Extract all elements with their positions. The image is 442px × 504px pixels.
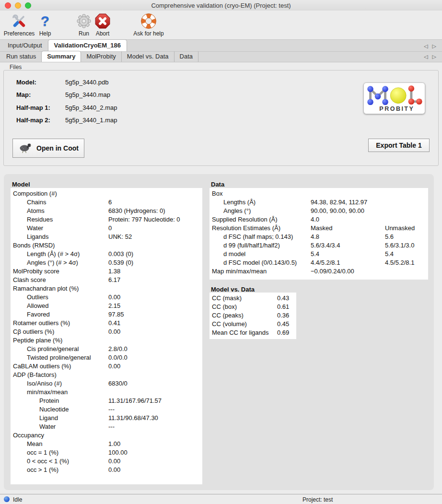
table-row: min/max/mean <box>11 388 202 397</box>
question-mark-icon: ? <box>41 12 49 30</box>
file-list: Model: 5g5p_3440.pdb Map: 5g5p_3440.map … <box>16 79 117 129</box>
table-row: Occupancy <box>11 431 202 440</box>
tab-molprobity[interactable]: MolProbity <box>81 51 121 62</box>
table-row: Box <box>209 189 428 198</box>
table-row: Water --- <box>11 422 202 431</box>
table-row: Angles (°) (# > 4σ) 0.539 (0) <box>11 258 202 267</box>
table-row: Mean CC for ligands 0.69 <box>209 328 296 337</box>
help-button[interactable]: ? Help <box>35 12 55 37</box>
table-row: Cis proline/general 2.8/0.0 <box>11 345 202 353</box>
tab-scroll-right-icon[interactable]: ▷ <box>432 43 436 49</box>
table-row: occ > 1 (%) 0.00 <box>11 466 202 474</box>
main-tab-bar: Input/Output ValidationCryoEM_186 ◁ ▷ <box>0 39 442 52</box>
table-row: Supplied Resolution (Å) 4.0 <box>209 215 428 224</box>
table-row: Bonds (RMSD) <box>11 241 202 250</box>
minimize-button[interactable] <box>15 2 21 9</box>
coot-bird-icon <box>18 141 33 155</box>
tab-data[interactable]: Data <box>174 51 198 62</box>
table-row: Lengths (Å) 94.38, 82.94, 112.97 <box>209 198 428 207</box>
table-row: Water 0 <box>11 224 202 233</box>
tab-nav: ◁ ▷ <box>424 43 442 51</box>
table-row: d model 5.4 5.4 <box>209 250 428 258</box>
table-row: occ = 1 (%) 100.00 <box>11 448 202 457</box>
model-table: Composition (#) Chains 6 Atoms 6830 (Hyd… <box>11 188 202 484</box>
table-row: Ligands UNK: 52 <box>11 233 202 241</box>
app-window: Comprehensive validation (cryo-EM) (Proj… <box>0 0 442 504</box>
stop-x-icon <box>94 12 111 30</box>
gear-icon <box>76 12 92 30</box>
table-row: Outliers 0.00 <box>11 293 202 302</box>
table-row: Cβ outliers (%) 0.00 <box>11 328 202 336</box>
sub-tab-bar: Run status Summary MolProbity Model vs. … <box>0 52 442 62</box>
table-row: Nucleotide --- <box>11 405 202 414</box>
table-row: CC (peaks) 0.36 <box>209 311 296 320</box>
project-label: Project: test <box>302 496 333 503</box>
table-row: d FSC model (0/0.143/0.5) 4.4/5.2/8.1 4.… <box>209 258 428 267</box>
status-indicator-icon <box>4 496 10 502</box>
table-row: Length (Å) (# > 4σ) 0.003 (0) <box>11 250 202 258</box>
model-vs-data-section-title: Model vs. Data <box>211 286 255 293</box>
table-row: Iso/Aniso (#) 6830/0 <box>11 379 202 388</box>
export-table-label: Export Table 1 <box>376 141 421 149</box>
table-row: Atoms 6830 (Hydrogens: 0) <box>11 207 202 215</box>
preferences-button[interactable]: Preferences <box>1 12 37 37</box>
traffic-lights <box>5 2 31 9</box>
data-table: Box Lengths (Å) 94.38, 82.94, 112.97 Ang… <box>209 188 428 280</box>
ask-for-help-button[interactable]: Ask for help <box>131 12 166 37</box>
tab-input-output[interactable]: Input/Output <box>2 40 48 51</box>
open-in-coot-label: Open in Coot <box>36 144 79 152</box>
model-section-title: Model <box>12 181 30 188</box>
ask-for-help-label: Ask for help <box>133 30 163 37</box>
file-row: Model: 5g5p_3440.pdb <box>16 79 117 91</box>
export-table-button[interactable]: Export Table 1 <box>368 139 430 152</box>
table-row: Chains 6 <box>11 198 202 207</box>
data-section-title: Data <box>211 181 224 188</box>
table-row: CC (volume) 0.45 <box>209 320 296 328</box>
help-label: Help <box>39 30 51 37</box>
table-row: Allowed 2.15 <box>11 302 202 310</box>
abort-button[interactable]: Abort <box>92 12 114 37</box>
table-row: CC (box) 0.61 <box>209 303 296 311</box>
tab-run-status[interactable]: Run status <box>1 51 41 62</box>
open-in-coot-button[interactable]: Open in Coot <box>12 139 84 158</box>
tab-scroll-left-icon[interactable]: ◁ <box>424 43 428 49</box>
table-row: Ramachandran plot (%) <box>11 284 202 293</box>
table-row: CC (mask) 0.43 <box>209 294 296 303</box>
table-row: CaBLAM outliers (%) 0.00 <box>11 362 202 371</box>
status-bar: Idle Project: test <box>0 494 442 504</box>
table-row: ADP (B-factors) <box>11 371 202 379</box>
table-row: Angles (°) 90.00, 90.00, 90.00 <box>209 207 428 215</box>
table-row: Ligand 11.31/90.68/47.30 <box>11 414 202 422</box>
tab-summary[interactable]: Summary <box>41 51 81 62</box>
file-row: Half-map 2: 5g5p_3440_1.map <box>16 117 117 129</box>
table-row: Twisted proline/general 0.0/0.0 <box>11 353 202 362</box>
table-row: d 99 (full/half1/half2) 5.6/3.4/3.4 5.6/… <box>209 241 428 250</box>
table-row: Resolution Estimates (Å) Masked Unmasked <box>209 224 428 233</box>
table-row: Protein 11.31/167.96/71.57 <box>11 397 202 405</box>
tab-scroll-left-icon[interactable]: ◁ <box>424 54 428 59</box>
window-title: Comprehensive validation (cryo-EM) (Proj… <box>0 2 442 9</box>
tools-icon <box>12 12 27 30</box>
model-vs-data-table: CC (mask) 0.43 CC (box) 0.61 CC (peaks) … <box>209 293 296 339</box>
table-row: Favored 97.85 <box>11 310 202 319</box>
run-label: Run <box>79 30 89 37</box>
table-row: Composition (#) <box>11 189 202 198</box>
tab-scroll-right-icon[interactable]: ▷ <box>432 54 436 59</box>
preferences-label: Preferences <box>4 30 35 37</box>
tab-validation-cryoem[interactable]: ValidationCryoEM_186 <box>48 39 127 51</box>
table-row: MolProbity score 1.38 <box>11 267 202 276</box>
title-bar: Comprehensive validation (cryo-EM) (Proj… <box>0 0 442 11</box>
table-row: Peptide plane (%) <box>11 336 202 345</box>
toolbar: Preferences ? Help Run <box>0 11 442 39</box>
table-row: 0 < occ < 1 (%) 0.00 <box>11 457 202 466</box>
table-row: Mean 1.00 <box>11 440 202 448</box>
file-row: Map: 5g5p_3440.map <box>16 91 117 104</box>
zoom-button[interactable] <box>25 2 31 9</box>
files-group-label: Files <box>10 64 22 70</box>
molprobity-logo-text: PROBITY <box>379 105 414 112</box>
tab-model-vs-data[interactable]: Model vs. Data <box>122 51 174 62</box>
close-button[interactable] <box>5 2 11 9</box>
molprobity-logo: PROBITY <box>363 82 425 114</box>
run-button[interactable]: Run <box>74 12 93 37</box>
table-row: Rotamer outliers (%) 0.41 <box>11 319 202 328</box>
